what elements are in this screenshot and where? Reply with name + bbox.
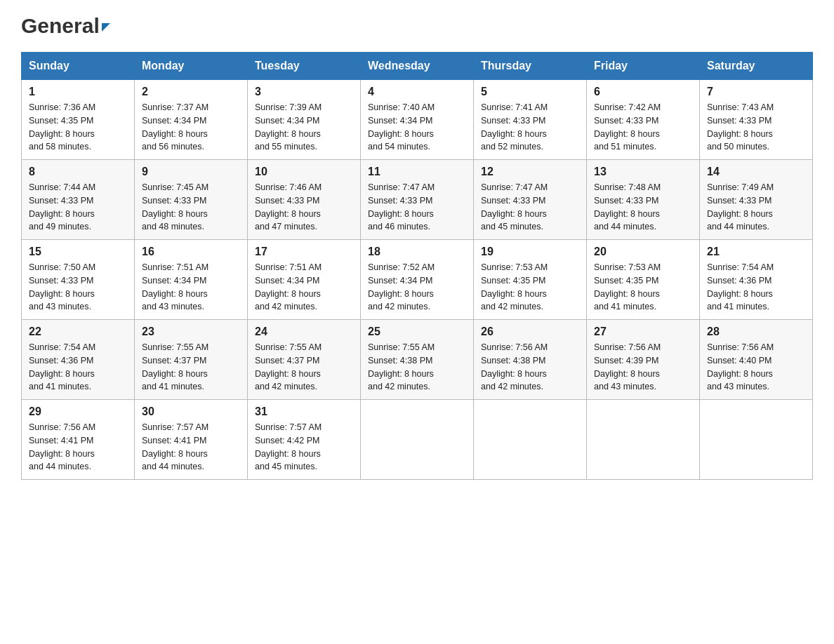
col-header-friday: Friday — [587, 53, 700, 80]
calendar-cell: 13 Sunrise: 7:48 AM Sunset: 4:33 PM Dayl… — [587, 160, 700, 240]
calendar-cell — [587, 400, 700, 480]
day-number: 6 — [594, 86, 692, 98]
day-number: 18 — [368, 246, 466, 258]
day-info: Sunrise: 7:40 AM Sunset: 4:34 PM Dayligh… — [368, 101, 466, 154]
col-header-saturday: Saturday — [700, 53, 813, 80]
day-number: 28 — [707, 326, 805, 338]
calendar-cell: 19 Sunrise: 7:53 AM Sunset: 4:35 PM Dayl… — [474, 240, 587, 320]
day-number: 12 — [481, 166, 579, 178]
week-row-5: 29 Sunrise: 7:56 AM Sunset: 4:41 PM Dayl… — [22, 400, 813, 480]
day-number: 27 — [594, 326, 692, 338]
calendar-cell: 9 Sunrise: 7:45 AM Sunset: 4:33 PM Dayli… — [135, 160, 248, 240]
col-header-sunday: Sunday — [22, 53, 135, 80]
week-row-3: 15 Sunrise: 7:50 AM Sunset: 4:33 PM Dayl… — [22, 240, 813, 320]
calendar-cell: 30 Sunrise: 7:57 AM Sunset: 4:41 PM Dayl… — [135, 400, 248, 480]
calendar-cell: 1 Sunrise: 7:36 AM Sunset: 4:35 PM Dayli… — [22, 80, 135, 160]
day-number: 2 — [142, 86, 240, 98]
day-info: Sunrise: 7:56 AM Sunset: 4:41 PM Dayligh… — [29, 421, 127, 474]
day-info: Sunrise: 7:44 AM Sunset: 4:33 PM Dayligh… — [29, 181, 127, 234]
day-info: Sunrise: 7:48 AM Sunset: 4:33 PM Dayligh… — [594, 181, 692, 234]
day-number: 15 — [29, 246, 127, 258]
week-row-1: 1 Sunrise: 7:36 AM Sunset: 4:35 PM Dayli… — [22, 80, 813, 160]
calendar-cell: 17 Sunrise: 7:51 AM Sunset: 4:34 PM Dayl… — [248, 240, 361, 320]
day-info: Sunrise: 7:36 AM Sunset: 4:35 PM Dayligh… — [29, 101, 127, 154]
day-number: 8 — [29, 166, 127, 178]
day-info: Sunrise: 7:56 AM Sunset: 4:40 PM Dayligh… — [707, 341, 805, 394]
day-number: 10 — [255, 166, 353, 178]
page-header: General — [21, 14, 813, 38]
day-number: 11 — [368, 166, 466, 178]
day-info: Sunrise: 7:57 AM Sunset: 4:41 PM Dayligh… — [142, 421, 240, 474]
day-number: 1 — [29, 86, 127, 98]
calendar-cell: 23 Sunrise: 7:55 AM Sunset: 4:37 PM Dayl… — [135, 320, 248, 400]
day-info: Sunrise: 7:46 AM Sunset: 4:33 PM Dayligh… — [255, 181, 353, 234]
day-info: Sunrise: 7:45 AM Sunset: 4:33 PM Dayligh… — [142, 181, 240, 234]
day-number: 31 — [255, 405, 353, 418]
calendar-cell: 18 Sunrise: 7:52 AM Sunset: 4:34 PM Dayl… — [361, 240, 474, 320]
calendar-cell: 14 Sunrise: 7:49 AM Sunset: 4:33 PM Dayl… — [700, 160, 813, 240]
day-number: 21 — [707, 246, 805, 258]
day-number: 23 — [142, 326, 240, 338]
calendar-table: SundayMondayTuesdayWednesdayThursdayFrid… — [21, 52, 813, 480]
day-info: Sunrise: 7:55 AM Sunset: 4:38 PM Dayligh… — [368, 341, 466, 394]
day-number: 29 — [29, 405, 127, 418]
week-row-2: 8 Sunrise: 7:44 AM Sunset: 4:33 PM Dayli… — [22, 160, 813, 240]
day-info: Sunrise: 7:43 AM Sunset: 4:33 PM Dayligh… — [707, 101, 805, 154]
logo-general-text: General — [21, 14, 100, 38]
day-number: 16 — [142, 246, 240, 258]
calendar-cell: 28 Sunrise: 7:56 AM Sunset: 4:40 PM Dayl… — [700, 320, 813, 400]
day-number: 19 — [481, 246, 579, 258]
calendar-cell: 2 Sunrise: 7:37 AM Sunset: 4:34 PM Dayli… — [135, 80, 248, 160]
day-number: 30 — [142, 405, 240, 418]
day-number: 17 — [255, 246, 353, 258]
col-header-wednesday: Wednesday — [361, 53, 474, 80]
calendar-cell: 27 Sunrise: 7:56 AM Sunset: 4:39 PM Dayl… — [587, 320, 700, 400]
day-info: Sunrise: 7:49 AM Sunset: 4:33 PM Dayligh… — [707, 181, 805, 234]
calendar-cell: 29 Sunrise: 7:56 AM Sunset: 4:41 PM Dayl… — [22, 400, 135, 480]
day-info: Sunrise: 7:37 AM Sunset: 4:34 PM Dayligh… — [142, 101, 240, 154]
day-number: 13 — [594, 166, 692, 178]
day-info: Sunrise: 7:41 AM Sunset: 4:33 PM Dayligh… — [481, 101, 579, 154]
day-number: 22 — [29, 326, 127, 338]
calendar-cell: 6 Sunrise: 7:42 AM Sunset: 4:33 PM Dayli… — [587, 80, 700, 160]
day-info: Sunrise: 7:50 AM Sunset: 4:33 PM Dayligh… — [29, 261, 127, 314]
day-number: 14 — [707, 166, 805, 178]
day-info: Sunrise: 7:51 AM Sunset: 4:34 PM Dayligh… — [255, 261, 353, 314]
calendar-cell: 11 Sunrise: 7:47 AM Sunset: 4:33 PM Dayl… — [361, 160, 474, 240]
day-number: 20 — [594, 246, 692, 258]
calendar-cell: 24 Sunrise: 7:55 AM Sunset: 4:37 PM Dayl… — [248, 320, 361, 400]
day-info: Sunrise: 7:53 AM Sunset: 4:35 PM Dayligh… — [481, 261, 579, 314]
day-info: Sunrise: 7:55 AM Sunset: 4:37 PM Dayligh… — [255, 341, 353, 394]
calendar-cell — [361, 400, 474, 480]
day-info: Sunrise: 7:53 AM Sunset: 4:35 PM Dayligh… — [594, 261, 692, 314]
week-row-4: 22 Sunrise: 7:54 AM Sunset: 4:36 PM Dayl… — [22, 320, 813, 400]
day-number: 24 — [255, 326, 353, 338]
calendar-header-row: SundayMondayTuesdayWednesdayThursdayFrid… — [22, 53, 813, 80]
day-number: 4 — [368, 86, 466, 98]
calendar-cell — [474, 400, 587, 480]
day-number: 5 — [481, 86, 579, 98]
day-info: Sunrise: 7:54 AM Sunset: 4:36 PM Dayligh… — [707, 261, 805, 314]
calendar-cell: 7 Sunrise: 7:43 AM Sunset: 4:33 PM Dayli… — [700, 80, 813, 160]
day-number: 26 — [481, 326, 579, 338]
day-info: Sunrise: 7:42 AM Sunset: 4:33 PM Dayligh… — [594, 101, 692, 154]
day-number: 9 — [142, 166, 240, 178]
calendar-cell: 16 Sunrise: 7:51 AM Sunset: 4:34 PM Dayl… — [135, 240, 248, 320]
calendar-cell: 10 Sunrise: 7:46 AM Sunset: 4:33 PM Dayl… — [248, 160, 361, 240]
day-info: Sunrise: 7:54 AM Sunset: 4:36 PM Dayligh… — [29, 341, 127, 394]
calendar-cell: 5 Sunrise: 7:41 AM Sunset: 4:33 PM Dayli… — [474, 80, 587, 160]
col-header-monday: Monday — [135, 53, 248, 80]
calendar-cell: 26 Sunrise: 7:56 AM Sunset: 4:38 PM Dayl… — [474, 320, 587, 400]
day-number: 7 — [707, 86, 805, 98]
col-header-tuesday: Tuesday — [248, 53, 361, 80]
calendar-cell: 8 Sunrise: 7:44 AM Sunset: 4:33 PM Dayli… — [22, 160, 135, 240]
calendar-cell: 22 Sunrise: 7:54 AM Sunset: 4:36 PM Dayl… — [22, 320, 135, 400]
calendar-cell: 4 Sunrise: 7:40 AM Sunset: 4:34 PM Dayli… — [361, 80, 474, 160]
logo: General — [21, 14, 110, 38]
calendar-cell — [700, 400, 813, 480]
day-info: Sunrise: 7:57 AM Sunset: 4:42 PM Dayligh… — [255, 421, 353, 474]
day-info: Sunrise: 7:51 AM Sunset: 4:34 PM Dayligh… — [142, 261, 240, 314]
calendar-cell: 3 Sunrise: 7:39 AM Sunset: 4:34 PM Dayli… — [248, 80, 361, 160]
day-info: Sunrise: 7:56 AM Sunset: 4:39 PM Dayligh… — [594, 341, 692, 394]
calendar-cell: 25 Sunrise: 7:55 AM Sunset: 4:38 PM Dayl… — [361, 320, 474, 400]
